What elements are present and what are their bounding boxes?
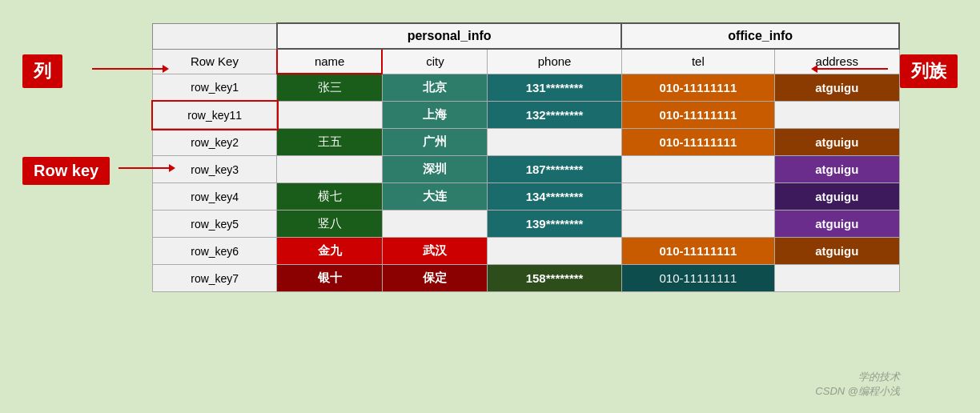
tel-cell: 010-11111111 xyxy=(621,265,774,292)
watermark: 学的技术 CSDN @编程小浅 xyxy=(815,370,900,399)
table-row: row_key2王五广州010-11111111atguigu xyxy=(153,129,900,156)
tel-cell: 010-11111111 xyxy=(621,102,774,129)
name-cell: 王五 xyxy=(277,129,382,156)
name-cell: 竖八 xyxy=(277,211,382,238)
rowkey-cell: row_key1 xyxy=(153,74,277,102)
phone-cell: 187******** xyxy=(488,156,621,183)
city-cell: 北京 xyxy=(382,74,487,102)
address-cell: atguigu xyxy=(775,156,899,183)
name-cell xyxy=(277,102,382,129)
table-row: row_key3深圳187********atguigu xyxy=(153,156,900,183)
rowkey-cell: row_key4 xyxy=(153,183,277,211)
name-cell: 张三 xyxy=(277,74,382,102)
lie-right-label: 列族 xyxy=(900,54,958,88)
address-cell: atguigu xyxy=(775,238,899,265)
lie-right-arrow xyxy=(816,68,888,70)
tel-cell xyxy=(621,211,774,238)
name-cell: 银十 xyxy=(277,265,382,292)
rowkey-arrow xyxy=(118,167,171,169)
data-table: personal_info office_info Row Key name c… xyxy=(152,22,900,292)
phone-cell xyxy=(488,129,621,156)
tel-cell: 010-11111111 xyxy=(621,74,774,102)
address-cell: atguigu xyxy=(775,129,899,156)
table-row: row_key4横七大连134********atguigu xyxy=(153,183,900,211)
city-cell: 保定 xyxy=(382,265,487,292)
tel-cell xyxy=(621,183,774,211)
office-info-header: office_info xyxy=(621,23,899,49)
address-cell xyxy=(775,265,899,292)
phone-cell: 139******** xyxy=(488,211,621,238)
rowkey-label: Row key xyxy=(22,157,110,185)
city-cell xyxy=(382,211,487,238)
table-row: row_key1张三北京131********010-11111111atgui… xyxy=(153,74,900,102)
city-cell: 武汉 xyxy=(382,238,487,265)
phone-cell: 131******** xyxy=(488,74,621,102)
main-container: 列 列族 Row key personal_info office_info xyxy=(0,0,980,413)
col-rowkey: Row Key xyxy=(153,49,277,74)
table-wrapper: personal_info office_info Row Key name c… xyxy=(152,22,900,292)
table-row: row_key11上海132********010-11111111 xyxy=(153,102,900,129)
address-cell xyxy=(775,102,899,129)
col-address: address xyxy=(775,49,899,74)
name-cell: 横七 xyxy=(277,183,382,211)
city-cell: 广州 xyxy=(382,129,487,156)
rowkey-cell: row_key7 xyxy=(153,265,277,292)
rowkey-group-header xyxy=(153,23,277,49)
address-cell: atguigu xyxy=(775,183,899,211)
phone-cell xyxy=(488,238,621,265)
phone-cell: 134******** xyxy=(488,183,621,211)
city-cell: 上海 xyxy=(382,102,487,129)
tel-cell: 010-11111111 xyxy=(621,238,774,265)
rowkey-cell: row_key5 xyxy=(153,211,277,238)
col-name: name xyxy=(277,49,382,74)
col-phone: phone xyxy=(488,49,621,74)
watermark-line1: 学的技术 xyxy=(815,370,900,384)
lie-left-arrow xyxy=(92,68,164,70)
phone-cell: 158******** xyxy=(488,265,621,292)
table-row: row_key5竖八139********atguigu xyxy=(153,211,900,238)
table-row: row_key7银十保定158********010-11111111 xyxy=(153,265,900,292)
sub-header-row: Row Key name city phone tel address xyxy=(153,49,900,74)
col-city: city xyxy=(382,49,487,74)
tel-cell: 010-11111111 xyxy=(621,129,774,156)
name-cell: 金九 xyxy=(277,238,382,265)
table-row: row_key6金九武汉010-11111111atguigu xyxy=(153,238,900,265)
name-cell xyxy=(277,156,382,183)
city-cell: 深圳 xyxy=(382,156,487,183)
col-group-row: personal_info office_info xyxy=(153,23,900,49)
tel-cell xyxy=(621,156,774,183)
city-cell: 大连 xyxy=(382,183,487,211)
address-cell: atguigu xyxy=(775,211,899,238)
phone-cell: 132******** xyxy=(488,102,621,129)
table-body: row_key1张三北京131********010-11111111atgui… xyxy=(153,74,900,292)
rowkey-cell: row_key11 xyxy=(153,102,277,129)
personal-info-header: personal_info xyxy=(277,23,621,49)
watermark-line2: CSDN @编程小浅 xyxy=(815,384,900,399)
rowkey-cell: row_key6 xyxy=(153,238,277,265)
col-tel: tel xyxy=(621,49,774,74)
rowkey-cell: row_key2 xyxy=(153,129,277,156)
address-cell: atguigu xyxy=(775,74,899,102)
lie-left-label: 列 xyxy=(22,54,62,88)
